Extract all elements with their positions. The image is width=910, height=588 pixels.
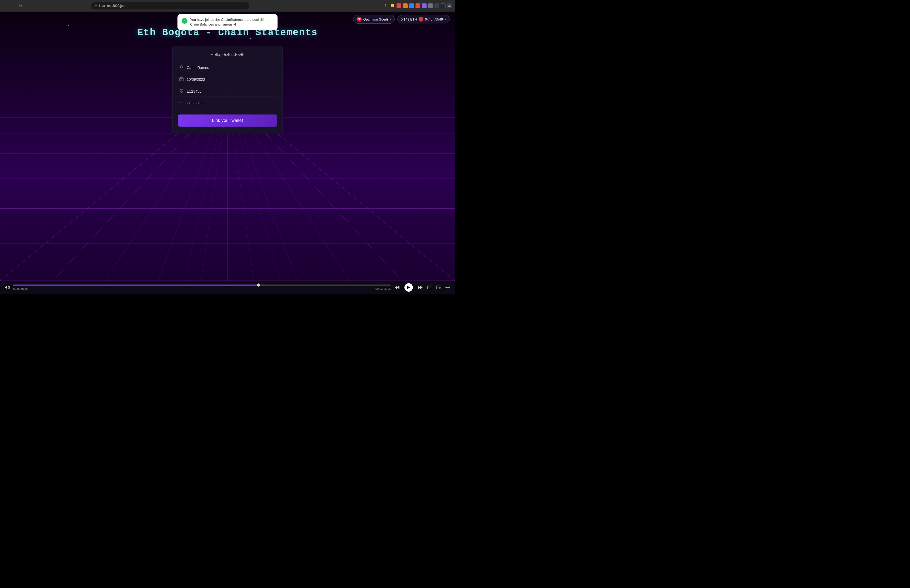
- url-display: localhost:3000/join: [99, 4, 125, 8]
- svg-text:19: 19: [181, 79, 182, 81]
- total-time: 00:03:06:06: [375, 287, 391, 290]
- form-card: Hello, 0x4b...5546 19: [172, 46, 283, 133]
- svg-point-1: [449, 5, 450, 6]
- ext-icon-2[interactable]: [403, 3, 407, 8]
- play-button[interactable]: [404, 283, 413, 292]
- forward-button[interactable]: ›: [11, 3, 16, 8]
- user-icon: [179, 65, 184, 70]
- code-field: [178, 86, 277, 97]
- optimism-logo: OP: [357, 16, 362, 22]
- more-icon[interactable]: [444, 284, 451, 291]
- network-name: Optimism Goerli: [364, 17, 388, 21]
- lock-icon: [94, 4, 97, 7]
- back-button[interactable]: ‹: [3, 3, 8, 8]
- ext-icon-profile[interactable]: [447, 3, 452, 8]
- ext-icon-3[interactable]: [409, 3, 414, 8]
- ens-field: ···: [178, 98, 277, 108]
- toast-notification: ✓ You have joined the ChainStatement pro…: [178, 14, 278, 30]
- current-time: 00:02:01:00: [13, 287, 28, 290]
- subtitles-icon[interactable]: [427, 284, 433, 291]
- network-selector[interactable]: OP Optimism Goerli ▾: [353, 15, 395, 24]
- network-chevron: ▾: [390, 18, 391, 21]
- address-bar[interactable]: localhost:3000/join: [91, 2, 249, 10]
- svg-rect-34: [427, 286, 432, 289]
- bookmark-icon[interactable]: [390, 3, 395, 8]
- playback-controls: [393, 283, 424, 292]
- pip-icon[interactable]: [435, 284, 442, 291]
- toast-message: You have joined the ChainStatement proto…: [190, 17, 273, 27]
- fast-forward-button[interactable]: [417, 284, 424, 291]
- form-greeting: Hello, 0x4b...5546: [178, 52, 277, 57]
- share-icon[interactable]: [383, 3, 388, 8]
- username-field: [178, 62, 277, 73]
- page-background: OP Optimism Goerli ▾ 0.149 ETH 0x4b...55…: [0, 11, 455, 281]
- dots-icon: ···: [179, 100, 184, 105]
- eth-amount: 0.149 ETH: [401, 17, 417, 21]
- extra-controls: [427, 284, 451, 291]
- ext-icon-1[interactable]: [396, 3, 401, 8]
- calendar-icon: 19: [179, 77, 184, 82]
- wallet-info[interactable]: 0.149 ETH 0x4b...5546 ▾: [397, 15, 450, 23]
- volume-icon[interactable]: [4, 284, 11, 291]
- svg-point-23: [181, 66, 182, 67]
- navbar: OP Optimism Goerli ▾ 0.149 ETH 0x4b...55…: [348, 11, 455, 27]
- progress-knob[interactable]: [257, 283, 260, 287]
- date-field: 19: [178, 74, 277, 85]
- ext-icon-5[interactable]: [422, 3, 427, 8]
- globe-icon: [179, 89, 184, 94]
- toast-success-icon: ✓: [182, 18, 187, 24]
- browser-toolbar-right: [383, 3, 452, 8]
- code-input[interactable]: [187, 89, 276, 94]
- rewind-button[interactable]: [393, 284, 401, 291]
- progress-bar[interactable]: [13, 284, 391, 286]
- progress-section: 00:02:01:00 00:03:06:06: [13, 284, 391, 290]
- svg-rect-38: [439, 288, 441, 289]
- link-wallet-button[interactable]: Link your wallet: [178, 115, 277, 127]
- browser-chrome: ‹ › ↻ localhost:3000/join: [0, 0, 455, 11]
- video-controls-bar: 00:02:01:00 00:03:06:06: [0, 281, 455, 294]
- ext-icon-4[interactable]: [415, 3, 420, 8]
- wallet-avatar: [419, 17, 423, 22]
- ext-icon-8[interactable]: [441, 3, 446, 8]
- wallet-chevron: ▾: [445, 18, 446, 21]
- progress-times: 00:02:01:00 00:03:06:06: [13, 287, 391, 290]
- username-input[interactable]: [187, 66, 276, 70]
- date-input[interactable]: [187, 78, 276, 82]
- refresh-button[interactable]: ↻: [18, 3, 23, 8]
- ext-icon-6[interactable]: [428, 3, 433, 8]
- ext-icon-7[interactable]: [435, 3, 439, 8]
- svg-rect-0: [95, 5, 97, 7]
- ens-input[interactable]: [187, 101, 276, 105]
- wallet-address: 0x4b...5546: [425, 17, 443, 21]
